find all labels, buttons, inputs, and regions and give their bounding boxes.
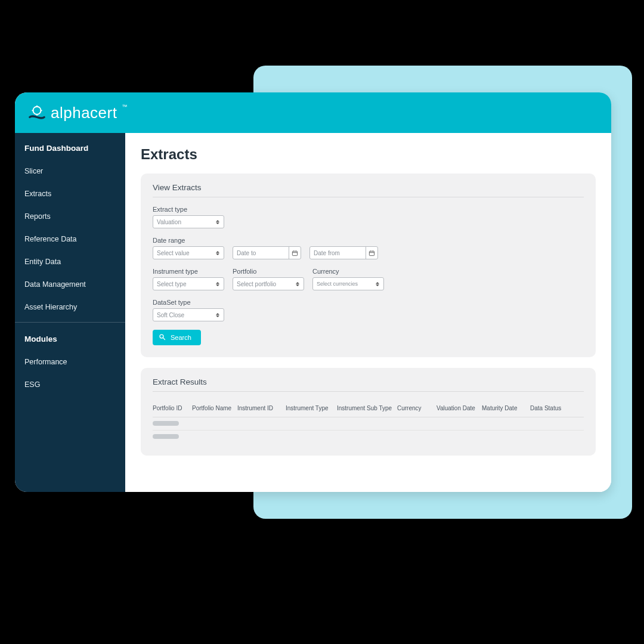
portfolio-label: Portfolio <box>233 268 304 275</box>
table-row <box>153 431 584 444</box>
col-portfolio-name: Portfolio Name <box>192 405 234 412</box>
sidebar-item-data-management[interactable]: Data Management <box>15 273 125 296</box>
currency-select[interactable]: Select currencies <box>312 277 384 290</box>
table-row <box>153 417 584 431</box>
calendar-icon <box>289 247 301 259</box>
extract-type-value: Valuation <box>157 219 181 225</box>
col-portfolio-id: Portfolio ID <box>153 405 188 412</box>
page-title: Extracts <box>141 146 596 163</box>
extract-results-card: Extract Results Portfolio ID Portfolio N… <box>141 368 596 456</box>
date-to-placeholder: Date to <box>233 247 289 259</box>
view-extracts-card: View Extracts Extract type Valuation <box>141 174 596 357</box>
brand-name: alphacert <box>51 104 117 122</box>
sidebar: Fund Dashboard Slicer Extracts Reports R… <box>15 133 125 492</box>
sidebar-item-extracts[interactable]: Extracts <box>15 182 125 205</box>
svg-rect-1 <box>36 106 38 107</box>
col-data-status: Data Status <box>530 405 575 412</box>
select-arrow-icon <box>215 280 220 287</box>
portfolio-value: Select portfolio <box>237 281 276 287</box>
search-icon <box>159 333 166 342</box>
sidebar-divider <box>15 322 125 323</box>
select-arrow-icon <box>215 311 220 318</box>
svg-line-14 <box>163 338 165 340</box>
instrument-type-select[interactable]: Select type <box>153 277 224 290</box>
extract-type-label: Extract type <box>153 206 224 213</box>
date-range-select[interactable]: Select value <box>153 246 224 259</box>
portfolio-select[interactable]: Select portfolio <box>233 277 304 290</box>
instrument-type-value: Select type <box>157 281 186 287</box>
skeleton-placeholder <box>153 434 179 439</box>
svg-point-0 <box>33 107 41 114</box>
date-from-placeholder: Date from <box>310 247 366 259</box>
view-extracts-card-title: View Extracts <box>153 183 584 197</box>
results-table-header: Portfolio ID Portfolio Name Instrument I… <box>153 400 584 417</box>
brand-tm: ™ <box>122 104 128 110</box>
col-instrument-type: Instrument Type <box>286 405 333 412</box>
select-arrow-icon <box>295 280 300 287</box>
col-instrument-id: Instrument ID <box>237 405 282 412</box>
date-from-input[interactable]: Date from <box>309 246 378 259</box>
sidebar-item-performance[interactable]: Performance <box>15 351 125 373</box>
app-window: alphacert ™ Fund Dashboard Slicer Extrac… <box>15 92 611 492</box>
topbar: alphacert ™ <box>15 92 611 133</box>
search-button-label: Search <box>171 334 191 341</box>
sidebar-item-asset-hierarchy[interactable]: Asset Hierarchy <box>15 296 125 318</box>
col-instrument-sub-type: Instrument Sub Type <box>337 405 394 412</box>
currency-label: Currency <box>312 268 384 275</box>
sidebar-section-fund-dashboard[interactable]: Fund Dashboard <box>15 133 125 160</box>
brand-logo-icon <box>28 104 46 122</box>
select-arrow-icon <box>215 218 220 225</box>
calendar-icon <box>366 247 377 259</box>
sidebar-item-slicer[interactable]: Slicer <box>15 160 125 182</box>
svg-rect-5 <box>292 251 297 255</box>
svg-rect-2 <box>36 114 38 116</box>
sidebar-item-reference-data[interactable]: Reference Data <box>15 228 125 250</box>
sidebar-item-esg[interactable]: ESG <box>15 373 125 396</box>
col-valuation-date: Valuation Date <box>436 405 478 412</box>
col-maturity-date: Maturity Date <box>482 405 527 412</box>
date-to-input[interactable]: Date to <box>233 246 301 259</box>
main-content: Extracts View Extracts Extract type Valu… <box>125 133 611 492</box>
sidebar-section-modules[interactable]: Modules <box>15 324 125 351</box>
sidebar-item-reports[interactable]: Reports <box>15 205 125 228</box>
currency-value: Select currencies <box>317 281 358 287</box>
extract-results-card-title: Extract Results <box>153 377 584 392</box>
sidebar-item-entity-data[interactable]: Entity Data <box>15 250 125 273</box>
dataset-type-value: Soft Close <box>157 312 184 318</box>
select-arrow-icon <box>215 249 220 256</box>
svg-rect-9 <box>369 251 374 255</box>
instrument-type-label: Instrument type <box>153 268 224 275</box>
date-range-select-value: Select value <box>157 250 189 256</box>
svg-rect-4 <box>41 110 42 111</box>
extract-type-select[interactable]: Valuation <box>153 215 224 228</box>
col-currency: Currency <box>397 405 433 412</box>
brand: alphacert ™ <box>28 104 128 122</box>
search-button[interactable]: Search <box>153 330 201 345</box>
date-range-label: Date range <box>153 237 224 244</box>
skeleton-placeholder <box>153 421 179 426</box>
dataset-type-select[interactable]: Soft Close <box>153 308 224 321</box>
select-arrow-icon <box>375 280 380 287</box>
svg-rect-3 <box>32 110 34 111</box>
dataset-type-label: DataSet type <box>153 299 224 306</box>
